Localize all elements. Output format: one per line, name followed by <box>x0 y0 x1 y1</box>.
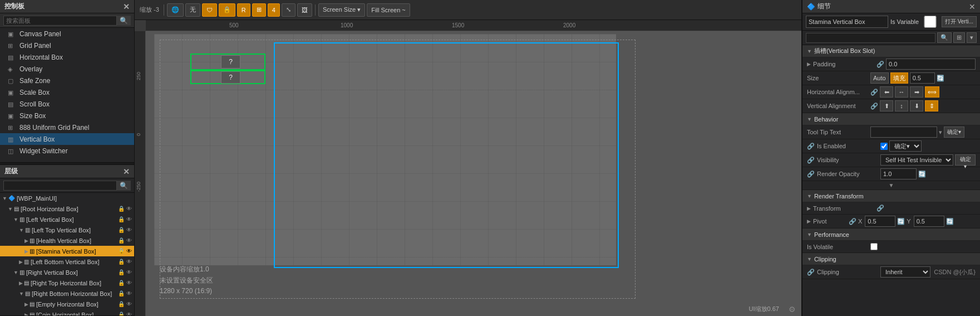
v-align-fill[interactable]: ⇕ <box>925 100 938 111</box>
slot-section-header[interactable]: ▼ 插槽(Vertical Box Slot) <box>802 45 980 57</box>
transform-expand[interactable]: ▶ <box>807 206 811 211</box>
eye-action[interactable]: 👁 <box>126 248 132 254</box>
widget-item-canvas-panel[interactable]: ▣ Canvas Panel <box>0 28 134 40</box>
lock-action[interactable]: 🔒 <box>118 290 125 296</box>
widget-item-widget-switcher[interactable]: ◫ Widget Switcher <box>0 145 134 157</box>
lock-action[interactable]: 🔒 <box>118 248 125 254</box>
lock-action[interactable]: 🔒 <box>118 237 125 244</box>
size-auto-btn[interactable]: Auto <box>870 72 889 84</box>
lock-action[interactable]: 🔒 <box>118 227 125 233</box>
eye-action[interactable]: 👁 <box>126 206 132 212</box>
eye-action[interactable]: 👁 <box>126 269 132 275</box>
tree-item-wbp-mainui[interactable]: ▼ 🔷 [WBP_MainUI] <box>0 193 134 203</box>
eye-action[interactable]: 👁 <box>126 216 132 222</box>
no-btn[interactable]: 无 <box>185 3 200 17</box>
v-align-bind[interactable]: 🔗 <box>870 103 878 110</box>
is-volatile-checkbox[interactable] <box>870 243 878 250</box>
opacity-bind[interactable]: 🔗 <box>807 171 815 178</box>
padding-input[interactable] <box>886 59 976 70</box>
widget-search-button[interactable]: 🔍 <box>117 16 131 26</box>
render-transform-section-header[interactable]: ▼ Render Transform <box>802 190 980 202</box>
lock-action[interactable]: 🔒 <box>118 312 125 315</box>
tree-item-coin-hbox[interactable]: ▶ ▤ [Coin Horizontal Box] 🔒 👁 <box>0 309 134 315</box>
h-align-right[interactable]: ➡ <box>910 86 923 98</box>
eye-action[interactable]: 👁 <box>126 227 132 233</box>
visibility-dropdown[interactable]: Self Hit Test Invisible Visible Collapse… <box>880 154 953 166</box>
performance-section-header[interactable]: ▼ Performance <box>802 229 980 241</box>
lock-action[interactable]: 🔒 <box>118 259 125 265</box>
eye-action[interactable]: 👁 <box>126 237 132 244</box>
widget-item-scale-box[interactable]: ▣ Scale Box <box>0 86 134 98</box>
h-align-bind[interactable]: 🔗 <box>870 89 878 96</box>
pivot-bind[interactable]: 🔗 <box>849 218 856 225</box>
v-align-top[interactable]: ⬆ <box>880 100 893 111</box>
control-panel-close[interactable]: ✕ <box>123 2 130 11</box>
clipping-dropdown[interactable]: Inherit ClipToBounds OnDemand <box>880 266 930 278</box>
eye-action[interactable]: 👁 <box>126 301 132 307</box>
tree-item-right-top-hbox[interactable]: ▶ ▤ [Right Top Horizontal Box] 🔒 👁 <box>0 278 134 288</box>
v-align-center[interactable]: ↕ <box>895 100 908 111</box>
expand-btn[interactable]: ⤡ <box>282 3 296 17</box>
opacity-input[interactable] <box>880 168 917 179</box>
tree-item-root-hbox[interactable]: ▼ ▤ [Root Horizontal Box] 🔒 👁 <box>0 203 134 214</box>
tree-item-stamina-vbox[interactable]: ▶ ▥ [Stamina Vertical Box] 🔒 👁 <box>0 246 134 256</box>
is-variable-checkbox[interactable] <box>921 16 939 28</box>
is-enabled-bind[interactable]: 🔗 <box>807 143 815 150</box>
pivot-x-input[interactable] <box>865 216 895 227</box>
visibility-confirm-btn[interactable]: 确定▾ <box>955 154 976 166</box>
canvas-viewport[interactable]: ? ? 设备内容缩放1.0 未设置设备安全区 1280 x 720 (16:9)… <box>146 31 801 316</box>
eye-action[interactable]: 👁 <box>126 259 132 265</box>
layer-search-button[interactable]: 🔍 <box>117 181 131 191</box>
eye-action[interactable]: 👁 <box>126 280 132 286</box>
tree-item-right-bottom-hbox[interactable]: ▼ ▤ [Right Bottom Horizontal Box] 🔒 👁 <box>0 288 134 299</box>
size-value-input[interactable] <box>910 72 935 84</box>
tree-item-right-vbox[interactable]: ▼ ▥ [Right Vertical Box] 🔒 👁 <box>0 267 134 278</box>
4-btn[interactable]: 4 <box>268 3 280 17</box>
canvas-settings-icon[interactable]: ⚙ <box>789 305 796 314</box>
widget-item-grid-panel[interactable]: ⊞ Grid Panel <box>0 40 134 51</box>
tree-item-health-vbox[interactable]: ▶ ▥ [Health Vertical Box] 🔒 👁 <box>0 235 134 246</box>
h-align-center[interactable]: ↔ <box>895 86 908 98</box>
v-align-bottom[interactable]: ⬇ <box>910 100 923 111</box>
details-panel-close[interactable]: ✕ <box>969 2 976 11</box>
widget-item-overlay[interactable]: ◈ Overlay <box>0 63 134 75</box>
widget-item-uniform-grid[interactable]: ⊞ 888 Uniform Grid Panel <box>0 121 134 133</box>
lock-action[interactable]: 🔒 <box>118 206 125 212</box>
widget-item-vertical-box[interactable]: ▥ Vertical Box <box>0 133 134 145</box>
globe-btn[interactable]: 🌐 <box>167 3 184 17</box>
padding-expand[interactable]: ▶ <box>807 61 811 67</box>
collapse-icon[interactable]: ▼ <box>889 182 894 188</box>
lock-action[interactable]: 🔒 <box>118 269 125 275</box>
tree-item-left-top-vbox[interactable]: ▼ ▥ [Left Top Vertical Box] 🔒 👁 <box>0 225 134 235</box>
details-search-button[interactable]: 🔍 <box>937 32 952 43</box>
clipping-bind[interactable]: 🔗 <box>807 269 815 276</box>
lock-action[interactable]: 🔒 <box>118 216 125 222</box>
widget-item-size-box[interactable]: ▣ Size Box <box>0 110 134 121</box>
shield-btn[interactable]: 🛡 <box>202 3 217 17</box>
tooltip-confirm-btn[interactable]: 确定▾ <box>944 127 964 138</box>
lock-btn[interactable]: 🔒 <box>219 3 235 17</box>
lock-action[interactable]: 🔒 <box>118 280 125 286</box>
grid-btn[interactable]: ⊞ <box>252 3 266 17</box>
lock-action[interactable]: 🔒 <box>118 301 125 307</box>
is-enabled-dropdown[interactable]: 确定▾ <box>889 140 922 152</box>
size-bind-icon[interactable]: 🔄 <box>937 75 944 82</box>
transform-bind[interactable]: 🔗 <box>876 205 884 212</box>
eye-action[interactable]: 👁 <box>126 312 132 315</box>
fill-screen-btn[interactable]: Fill Screen ~ <box>367 3 410 17</box>
pivot-expand[interactable]: ▶ <box>807 218 811 224</box>
eye-action[interactable]: 👁 <box>126 290 132 296</box>
is-enabled-checkbox[interactable] <box>880 143 888 150</box>
image-btn[interactable]: 🖼 <box>297 3 312 17</box>
screen-size-btn[interactable]: Screen Size ▾ <box>318 3 365 17</box>
widget-search-input[interactable] <box>3 16 117 26</box>
widget-item-horizontal-box[interactable]: ▤ Horizontal Box <box>0 51 134 63</box>
visibility-bind[interactable]: 🔗 <box>807 157 815 164</box>
h-align-left[interactable]: ⬅ <box>880 86 893 98</box>
behavior-section-header[interactable]: ▼ Behavior <box>802 113 980 125</box>
widget-item-safe-zone[interactable]: ▢ Safe Zone <box>0 75 134 86</box>
r-btn[interactable]: R <box>237 3 250 17</box>
canvas-widget-btn-2[interactable]: ? <box>221 71 240 84</box>
widget-item-scroll-box[interactable]: ▤ Scroll Box <box>0 98 134 110</box>
opacity-icon[interactable]: 🔄 <box>918 171 926 178</box>
